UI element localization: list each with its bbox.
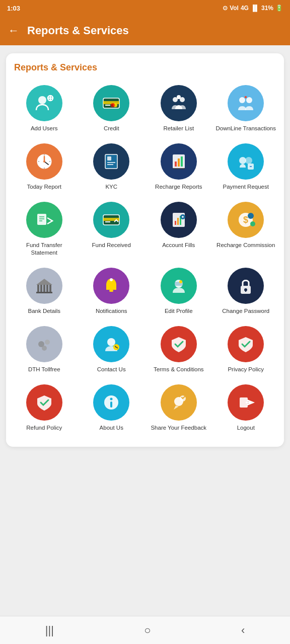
grid-item-share-feedback[interactable]: Share Your Feedback — [147, 381, 211, 435]
time: 1:03 — [7, 5, 20, 12]
change-password-label: Change Password — [222, 307, 269, 315]
grid-item-privacy-policy[interactable]: Privacy Policy — [214, 323, 278, 376]
svg-point-53 — [250, 221, 255, 226]
back-button[interactable]: ← — [8, 24, 19, 37]
grid-item-today-report[interactable]: Today Report — [12, 140, 77, 194]
svg-point-13 — [246, 97, 252, 103]
svg-rect-76 — [110, 401, 112, 408]
grid-item-kyc[interactable]: KYC — [80, 140, 144, 194]
svg-rect-45 — [177, 218, 179, 225]
svg-rect-61 — [109, 290, 113, 292]
svg-rect-57 — [46, 285, 48, 292]
svg-rect-28 — [175, 162, 177, 167]
svg-rect-60 — [36, 292, 52, 293]
grid-item-recharge-reports[interactable]: Recharge Reports — [147, 140, 211, 194]
svg-rect-5 — [103, 101, 119, 104]
edit-profile-icon — [161, 268, 197, 304]
about-us-icon — [93, 384, 129, 421]
terms-conditions-icon — [161, 326, 197, 362]
refund-policy-label: Refund Policy — [26, 424, 62, 432]
svg-point-72 — [107, 338, 115, 346]
grid-item-account-fills[interactable]: Account Fills — [147, 199, 211, 260]
grid-item-terms-conditions[interactable]: Terms & Conditions — [147, 323, 211, 376]
refund-policy-icon — [26, 384, 62, 421]
svg-point-70 — [45, 340, 50, 345]
grid-item-fund-received[interactable]: Fund Received — [80, 199, 144, 260]
svg-point-12 — [239, 97, 245, 103]
svg-point-8 — [111, 103, 115, 107]
share-feedback-icon — [161, 384, 197, 421]
svg-rect-44 — [175, 221, 176, 225]
today-report-label: Today Report — [27, 183, 61, 191]
svg-point-52 — [248, 213, 254, 219]
logout-label: Logout — [237, 424, 255, 432]
grid-item-change-password[interactable]: Change Password — [214, 265, 278, 318]
recharge-commission-label: Recharge Commission — [216, 242, 275, 249]
downline-transactions-icon — [228, 85, 264, 121]
svg-rect-55 — [40, 285, 42, 292]
svg-rect-29 — [178, 158, 180, 167]
svg-rect-14 — [245, 96, 247, 98]
grid-item-retailer-list[interactable]: Retailer List — [147, 82, 211, 135]
svg-point-33 — [245, 157, 252, 164]
fund-transfer-statement-label: Fund Transfer Statement — [13, 242, 76, 257]
kyc-icon — [93, 143, 129, 180]
grid-item-edit-profile[interactable]: Edit Profile — [147, 265, 211, 318]
status-bar: 1:03 ⊙ Vol 4G ▐▌ 31% 🔋 — [0, 0, 290, 16]
svg-point-65 — [179, 280, 182, 283]
account-fills-label: Account Fills — [162, 242, 195, 249]
svg-point-75 — [110, 397, 113, 400]
grid-item-about-us[interactable]: About Us — [80, 381, 144, 435]
svg-point-71 — [42, 346, 47, 351]
payment-request-icon — [228, 143, 264, 180]
grid-item-downline-transactions[interactable]: DownLine Transactions — [214, 82, 278, 135]
svg-text:$: $ — [243, 215, 248, 225]
nav-back[interactable]: ‹ — [241, 624, 245, 637]
dth-tollfree-icon — [26, 326, 62, 362]
terms-conditions-label: Terms & Conditions — [154, 366, 204, 373]
contact-us-icon — [93, 326, 129, 362]
bank-details-label: Bank Details — [28, 307, 60, 315]
card-title: Reports & Services — [12, 62, 278, 73]
fund-transfer-statement-icon — [26, 202, 62, 238]
svg-marker-59 — [36, 279, 52, 285]
change-password-icon — [228, 268, 264, 304]
bottom-nav: ||| ○ ‹ — [0, 616, 290, 644]
notifications-label: Notifications — [96, 307, 127, 315]
grid-item-recharge-commission[interactable]: $ Recharge Commission — [214, 199, 278, 260]
edit-profile-label: Edit Profile — [165, 307, 193, 315]
app-header: ← Reports & Services — [0, 16, 290, 45]
notifications-icon — [93, 268, 129, 304]
recharge-reports-label: Recharge Reports — [155, 183, 202, 191]
grid-item-credit[interactable]: Credit — [80, 82, 144, 135]
grid-item-contact-us[interactable]: Contact Us — [80, 323, 144, 376]
grid-item-refund-policy[interactable]: Refund Policy — [12, 381, 77, 435]
share-feedback-label: Share Your Feedback — [151, 424, 206, 432]
grid-item-fund-transfer-statement[interactable]: Fund Transfer Statement — [12, 199, 77, 260]
retailer-list-label: Retailer List — [163, 125, 194, 132]
svg-rect-56 — [43, 285, 45, 292]
svg-point-32 — [239, 157, 246, 164]
retailer-list-icon — [161, 85, 197, 121]
svg-rect-24 — [107, 156, 111, 160]
page-title: Reports & Services — [27, 24, 129, 37]
services-grid: Add Users Credit Retailer List DownLine … — [12, 82, 278, 435]
nav-home[interactable]: ○ — [144, 624, 151, 637]
credit-icon — [93, 85, 129, 121]
grid-item-bank-details[interactable]: Bank Details — [12, 265, 77, 318]
svg-rect-30 — [181, 156, 183, 167]
fund-received-label: Fund Received — [92, 242, 131, 249]
add-users-icon — [26, 85, 62, 121]
svg-rect-54 — [37, 285, 39, 292]
grid-item-logout[interactable]: Logout — [214, 381, 278, 435]
kyc-label: KYC — [105, 183, 117, 191]
grid-item-add-users[interactable]: Add Users — [12, 82, 77, 135]
privacy-policy-icon — [228, 326, 264, 362]
status-icons: ⊙ Vol 4G ▐▌ 31% 🔋 — [223, 5, 283, 12]
nav-menu[interactable]: ||| — [45, 624, 54, 637]
battery: 31% — [261, 5, 273, 12]
fund-received-icon — [93, 202, 129, 238]
grid-item-payment-request[interactable]: Payment Request — [214, 140, 278, 194]
grid-item-notifications[interactable]: Notifications — [80, 265, 144, 318]
grid-item-dth-tollfree[interactable]: DTH Tollfree — [12, 323, 77, 376]
